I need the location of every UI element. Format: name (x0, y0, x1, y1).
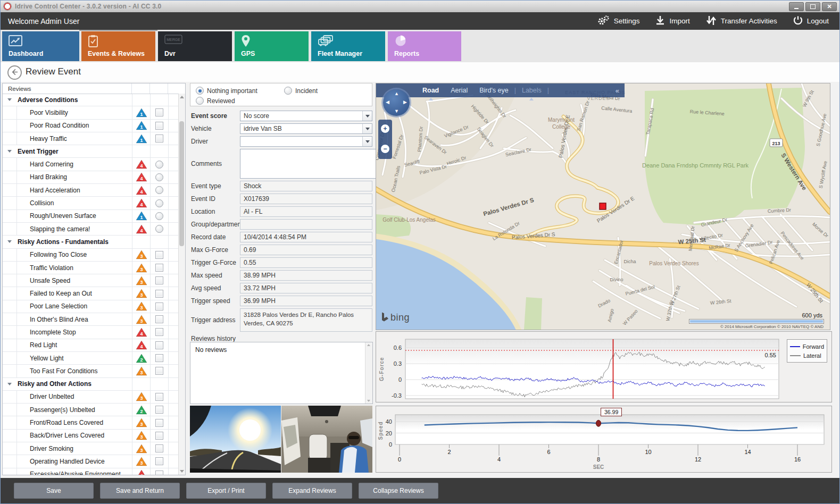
review-item-too-fast-for-conditions[interactable]: Too Fast For Conditions3 (3, 365, 179, 377)
save-button[interactable]: Save (14, 483, 94, 499)
item-radio[interactable] (155, 186, 163, 194)
item-checkbox[interactable] (155, 122, 163, 130)
review-item-hard-cornering[interactable]: Hard Cornering4 (3, 158, 179, 171)
event-type-field[interactable]: Shock (240, 181, 372, 191)
item-checkbox[interactable] (155, 406, 163, 414)
review-item-poor-visibility[interactable]: Poor Visibility1 (3, 106, 179, 119)
item-checkbox[interactable] (155, 315, 163, 323)
review-item-incomplete-stop[interactable]: Incomplete Stop4 (3, 326, 179, 339)
review-item-unsafe-speed[interactable]: Unsafe Speed3 (3, 274, 179, 287)
item-checkbox[interactable] (155, 367, 163, 375)
map[interactable]: Conqueror DrForrestal DrPhantom DrSearav… (376, 83, 830, 330)
review-group-event-trigger[interactable]: Event Trigger (3, 145, 179, 158)
tab-dvr[interactable]: MERGEDvr (158, 31, 232, 61)
review-item-red-light[interactable]: Red Light4 (3, 339, 179, 352)
map-view-labels[interactable]: Labels (522, 87, 542, 94)
item-checkbox[interactable] (155, 251, 163, 259)
item-checkbox[interactable] (155, 135, 163, 142)
status-radio-reviewed[interactable]: Reviewed (196, 97, 235, 105)
avg-speed-field[interactable]: 33.72 MPH (240, 283, 372, 293)
map-collapse-button[interactable]: « (616, 87, 619, 95)
review-item-collision[interactable]: Collision4 (3, 197, 179, 209)
transfer-activities-button[interactable]: Transfer Activities (706, 15, 777, 27)
expand-reviews-button[interactable]: Expand Reviews (272, 483, 352, 499)
review-item-back-driver-lens-covered[interactable]: Back/Driver Lens Covered3 (3, 430, 179, 442)
trigger-address-field[interactable]: 31828 Palos Verdes Dr E, Rancho Palos Ve… (240, 308, 372, 332)
item-checkbox[interactable] (155, 393, 163, 401)
scrollbar-thumb[interactable] (179, 121, 184, 246)
item-radio[interactable] (155, 173, 163, 181)
review-group-risky-actions-fundamentals[interactable]: Risky Actions - Fundamentals (3, 236, 179, 248)
status-radio-nothing-important[interactable]: Nothing important (196, 87, 257, 95)
item-checkbox[interactable] (155, 341, 163, 349)
review-item-slapping-the-camera[interactable]: Slapping the camera!4 (3, 223, 179, 236)
tab-fleet-manager[interactable]: Fleet Manager (311, 31, 385, 61)
trigger-g-force-field[interactable]: 0.55 (240, 257, 372, 268)
review-item-excessive-abusive-environment[interactable]: Excessive/Abusive Environment4 (3, 468, 179, 475)
save-and-return-button[interactable]: Save and Return (100, 483, 180, 499)
review-group-adverse-conditions[interactable]: Adverse Conditions (3, 94, 179, 106)
review-group-risky-and-other-actions[interactable]: Risky and Other Actions (3, 378, 179, 391)
item-checkbox[interactable] (155, 354, 163, 362)
item-checkbox[interactable] (155, 444, 163, 452)
item-checkbox[interactable] (155, 303, 163, 310)
tab-events-reviews[interactable]: Events & Reviews (81, 31, 155, 61)
review-item-driver-smoking[interactable]: Driver Smoking3 (3, 442, 179, 455)
import-button[interactable]: Import (655, 15, 689, 27)
item-checkbox[interactable] (155, 108, 163, 116)
item-checkbox[interactable] (155, 419, 163, 427)
review-item-rough-uneven-surface[interactable]: Rough/Uneven Surface1 (3, 210, 179, 223)
review-item-poor-lane-selection[interactable]: Poor Lane Selection3 (3, 300, 179, 313)
tab-dashboard[interactable]: Dashboard (2, 31, 79, 61)
item-checkbox[interactable] (155, 290, 163, 298)
review-item-failed-to-keep-an-out[interactable]: Failed to Keep an Out3 (3, 287, 179, 300)
driver-dropdown[interactable] (240, 136, 372, 147)
item-checkbox[interactable] (155, 457, 163, 465)
review-item-hard-acceleration[interactable]: Hard Acceleration4 (3, 184, 179, 197)
event-score-dropdown[interactable]: No score (240, 111, 372, 121)
item-radio[interactable] (155, 225, 163, 233)
minimize-button[interactable] (789, 2, 804, 11)
zoom-in-button[interactable]: + (380, 124, 390, 133)
map-view-bird-s-eye[interactable]: Bird's eye (479, 87, 509, 94)
back-button[interactable] (7, 65, 22, 80)
location-field[interactable]: Al - FL (240, 206, 372, 217)
trigger-speed-field[interactable]: 36.99 MPH (240, 296, 372, 306)
review-item-hard-braking[interactable]: Hard Braking4 (3, 171, 179, 184)
reviews-scrollbar[interactable] (178, 94, 185, 475)
review-item-driver-unbelted[interactable]: Driver Unbelted3 (3, 391, 179, 404)
record-date-field[interactable]: 10/4/2014 4:48:54 PM (240, 232, 372, 242)
item-checkbox[interactable] (155, 276, 163, 284)
zoom-out-button[interactable]: − (380, 144, 390, 154)
maximize-button[interactable] (805, 2, 820, 11)
max-speed-field[interactable]: 38.99 MPH (240, 270, 372, 281)
review-item-yellow-light[interactable]: Yellow Light2 (3, 352, 179, 365)
review-item-following-too-close[interactable]: Following Too Close3 (3, 249, 179, 262)
item-checkbox[interactable] (155, 471, 163, 475)
review-item-operating-handled-device[interactable]: Operating Handled Device3 (3, 455, 179, 468)
review-item-poor-road-condition[interactable]: Poor Road Condition1 (3, 120, 179, 132)
reviews-history-box[interactable]: No reviews (190, 342, 373, 404)
status-radio-incident[interactable]: Incident (284, 87, 318, 95)
map-pan-compass[interactable]: ▲ ▼ ◀ ▶ (383, 89, 410, 116)
export-print-button[interactable]: Export / Print (186, 483, 266, 499)
review-item-traffic-violation[interactable]: Traffic Violation3 (3, 262, 179, 274)
close-button[interactable]: ✕ (822, 2, 837, 11)
item-checkbox[interactable] (155, 432, 163, 440)
review-item-passenger-s-unbelted[interactable]: Passenger(s) Unbelted2 (3, 404, 179, 416)
logout-button[interactable]: Logout (793, 15, 829, 27)
map-view-aerial[interactable]: Aerial (451, 87, 468, 94)
item-checkbox[interactable] (155, 328, 163, 336)
item-radio[interactable] (155, 212, 163, 220)
review-item-heavy-traffic[interactable]: Heavy Traffic1 (3, 132, 179, 145)
vehicle-dropdown[interactable]: idrive Van SB (240, 123, 372, 134)
event-id-field[interactable]: X017639 (240, 194, 372, 204)
collapse-reviews-button[interactable]: Collapse Reviews (359, 483, 438, 499)
group-department-field[interactable] (240, 219, 372, 230)
max-g-force-field[interactable]: 0.69 (240, 245, 372, 255)
forward-camera-thumbnail[interactable] (190, 406, 281, 474)
tab-reports[interactable]: Reports (388, 31, 461, 61)
map-view-road[interactable]: Road (422, 87, 439, 94)
item-radio[interactable] (155, 199, 163, 207)
cabin-camera-thumbnail[interactable] (281, 406, 372, 474)
